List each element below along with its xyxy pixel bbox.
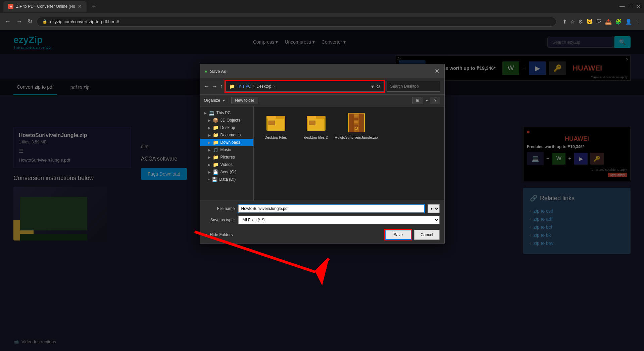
forward-button[interactable]: → [15, 17, 23, 27]
save-button[interactable]: Save [385, 230, 411, 240]
dialog-sidebar: ▶ 💻 This PC ▶ 📦 3D Objects ▶ 📁 Desktop ▶… [200, 106, 254, 201]
savetype-select[interactable]: All Files (*.*) [238, 216, 440, 224]
downloads-icon: 📁 [213, 140, 218, 145]
svg-point-18 [355, 127, 357, 129]
dialog-body: ▶ 💻 This PC ▶ 📦 3D Objects ▶ 📁 Desktop ▶… [200, 106, 444, 201]
browser-tab[interactable]: e! ZIP to PDF Converter Online (No ✕ [3, 1, 87, 12]
dialog-address-box[interactable]: 📁 This PC › Desktop › ▾ ↻ [226, 81, 384, 92]
svg-rect-15 [354, 121, 358, 123]
dialog-back-button[interactable]: ← [204, 83, 209, 89]
dialog-nav-bar: ← → ↑ 📁 This PC › Desktop › ▾ ↻ [200, 78, 444, 95]
filename-dropdown[interactable]: ▾ [428, 204, 440, 213]
footer-actions: ▲ Hide Folders Save Cancel [205, 227, 440, 240]
address-separator-2: › [273, 84, 275, 89]
zip-file-icon [346, 112, 367, 133]
tree-arrow-downloads: ▶ [208, 141, 211, 144]
tree-item-acerc[interactable]: ▶ 💾 Acer (C:) [200, 168, 253, 176]
extension-icon-1[interactable]: ⚙ [578, 18, 583, 25]
tree-arrow-pictures: ▶ [208, 156, 211, 159]
svg-marker-21 [315, 259, 329, 286]
tab-bar: e! ZIP to PDF Converter Online (No ✕ + —… [0, 0, 644, 13]
file-item-desktop-files[interactable]: Desktop Files [259, 112, 293, 139]
minimize-button[interactable]: — [620, 3, 625, 9]
filename-input[interactable] [238, 205, 424, 213]
profile-icon[interactable]: 👤 [625, 18, 632, 25]
dialog-search-input[interactable] [387, 81, 440, 92]
tree-item-documents[interactable]: ▶ 📁 Documents [200, 131, 253, 139]
documents-icon: 📁 [213, 132, 218, 138]
browser-chrome: e! ZIP to PDF Converter Online (No ✕ + —… [0, 0, 644, 30]
dialog-overlay: ● Save As ✕ ← → ↑ 📁 This PC › Desktop › … [0, 30, 644, 351]
tree-item-pictures[interactable]: ▶ 📁 Pictures [200, 153, 253, 161]
3dobjects-icon: 📦 [213, 118, 218, 123]
tree-arrow-desktop: ▶ [208, 126, 211, 130]
desktop-files-label: Desktop Files [264, 135, 287, 139]
cancel-button[interactable]: Cancel [414, 230, 439, 240]
address-separator-1: › [253, 84, 254, 89]
desktop-files-icon [265, 112, 287, 133]
lock-icon: 🔒 [42, 19, 47, 24]
address-bar[interactable]: 🔒 ezyzip.com/convert-zip-to-pdf.html# [37, 17, 556, 27]
menu-button[interactable]: ⋮ [635, 18, 641, 25]
reload-button[interactable]: ↻ [26, 16, 34, 27]
music-icon: 🎵 [213, 147, 218, 152]
extension-icon-2[interactable]: 🐱 [586, 18, 593, 25]
videos-icon: 📁 [213, 162, 218, 167]
new-tab-button[interactable]: + [89, 2, 99, 11]
tab-close-button[interactable]: ✕ [78, 4, 82, 9]
documents-label: Documents [220, 133, 241, 137]
tree-item-thispc[interactable]: ▶ 💻 This PC [200, 109, 253, 117]
datad-label: Data (D:) [219, 177, 236, 182]
tree-arrow-3dobjects: ▶ [208, 119, 211, 122]
dialog-action-buttons: Save Cancel [385, 230, 440, 240]
3dobjects-label: 3D Objects [220, 118, 240, 123]
thispc-label: This PC [216, 111, 231, 115]
svg-rect-6 [307, 116, 316, 119]
dialog-refresh-button[interactable]: ↻ [376, 83, 380, 90]
dialog-title-bar: ● Save As ✕ [200, 64, 444, 78]
desktop-label: Desktop [220, 125, 235, 130]
address-folder-icon: 📁 [229, 84, 235, 89]
svg-rect-16 [354, 125, 358, 127]
dialog-close-button[interactable]: ✕ [435, 68, 440, 75]
extension-icon-3[interactable]: 🛡 [596, 18, 602, 25]
tab-controls: — □ ✕ [620, 3, 641, 10]
maximize-button[interactable]: □ [629, 3, 632, 9]
dialog-forward-button[interactable]: → [212, 83, 217, 89]
tree-item-datad[interactable]: ▾ 💾 Data (D:) [200, 176, 253, 183]
share-icon[interactable]: ⬆ [562, 18, 567, 25]
svg-rect-14 [354, 118, 358, 120]
tree-arrow-acerc: ▶ [208, 170, 211, 174]
organize-label: Organize [204, 98, 220, 103]
datad-icon: 💾 [212, 177, 217, 182]
toolbar-separator: | [228, 98, 229, 103]
file-item-desktop-files-2[interactable]: desktop files 2 [299, 112, 333, 139]
svg-rect-4 [269, 121, 275, 125]
dialog-footer: File name ▾ Save as type: All Files (*.*… [200, 201, 444, 243]
help-button[interactable]: ? [431, 97, 440, 104]
downloads-label: Downloads [220, 140, 240, 145]
organize-chevron-icon: ▾ [223, 98, 225, 103]
acerc-icon: 💾 [213, 169, 218, 175]
tree-item-music[interactable]: ▶ 🎵 Music [200, 146, 253, 153]
tree-item-downloads[interactable]: ▶ 📁 Downloads [200, 139, 253, 146]
new-folder-button[interactable]: New folder [231, 97, 258, 104]
address-dropdown-button[interactable]: ▾ [371, 83, 374, 90]
bookmark-icon[interactable]: ☆ [570, 18, 575, 25]
file-item-zip[interactable]: HowtoSuriviveinJungle.zip [340, 112, 373, 139]
extensions-button[interactable]: 🧩 [615, 18, 622, 25]
view-toggle-button[interactable]: ⊞ [412, 97, 423, 104]
tree-item-desktop[interactable]: ▶ 📁 Desktop [200, 124, 253, 131]
tree-item-3dobjects[interactable]: ▶ 📦 3D Objects [200, 117, 253, 124]
music-label: Music [220, 147, 231, 152]
close-window-button[interactable]: ✕ [636, 3, 641, 10]
back-button[interactable]: ← [3, 17, 12, 27]
dialog-up-button[interactable]: ↑ [220, 83, 223, 89]
address-bar-row: ← → ↻ 🔒 ezyzip.com/convert-zip-to-pdf.ht… [0, 13, 644, 30]
svg-line-20 [315, 259, 329, 272]
hide-folders-button[interactable]: ▲ Hide Folders [205, 232, 233, 237]
tree-item-videos[interactable]: ▶ 📁 Videos [200, 161, 253, 168]
extension-icon-4[interactable]: 📥 [605, 18, 612, 25]
savetype-label: Save as type: [205, 218, 235, 222]
view-chevron-icon: ▾ [426, 98, 428, 103]
